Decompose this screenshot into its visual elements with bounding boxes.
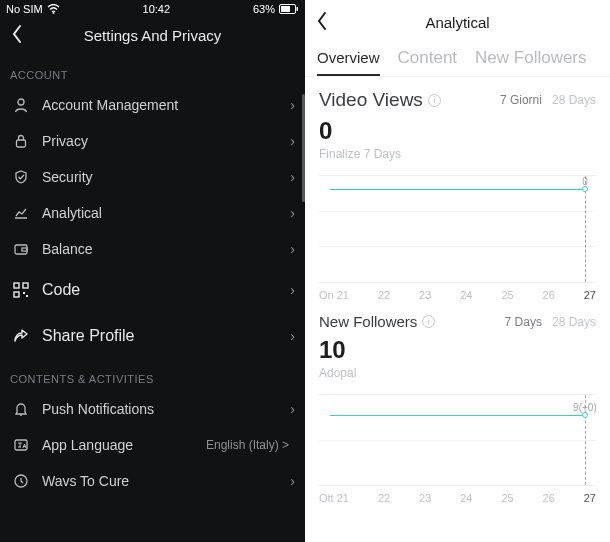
- analytics-header: Analytical: [305, 0, 610, 44]
- tab-overview[interactable]: Overview: [317, 45, 380, 76]
- menu-balance[interactable]: Balance ›: [0, 231, 305, 267]
- range-28d[interactable]: 28 Days: [552, 93, 596, 107]
- x-tick: 25: [501, 289, 513, 301]
- video-views-xaxis: On 21222324252627: [305, 285, 610, 301]
- section-label-account: ACCOUNT: [0, 55, 305, 87]
- chevron-right-icon: ›: [290, 473, 295, 489]
- x-tick: On 21: [319, 289, 349, 301]
- chevron-right-icon: ›: [290, 328, 295, 344]
- video-views-value: 0: [319, 117, 596, 145]
- language-value: English (Italy) >: [206, 438, 289, 452]
- menu-privacy[interactable]: Privacy ›: [0, 123, 305, 159]
- language-icon: [10, 437, 32, 453]
- chevron-right-icon: ›: [290, 97, 295, 113]
- range-7d[interactable]: 7 Days: [505, 315, 542, 329]
- chart-data-label: 9(+0): [573, 402, 597, 413]
- wifi-icon: [47, 4, 60, 14]
- chevron-right-icon: ›: [290, 133, 295, 149]
- chevron-right-icon: ›: [290, 282, 295, 298]
- range-toggle: 7 Days 28 Days: [505, 315, 596, 329]
- qr-icon: [10, 281, 32, 299]
- chart-data-label: 0: [582, 176, 588, 187]
- x-tick: 24: [460, 492, 472, 504]
- svg-rect-6: [15, 245, 27, 254]
- section-label-content: CONTENTS & ACTIVITIES: [0, 359, 305, 391]
- new-followers-value: 10: [319, 336, 596, 364]
- menu-label: Code: [42, 281, 290, 299]
- tab-new-followers[interactable]: New Followers: [475, 44, 586, 76]
- x-tick: 24: [460, 289, 472, 301]
- wallet-icon: [10, 241, 32, 257]
- menu-label: Balance: [42, 241, 290, 257]
- block-title-text: Video Views: [319, 89, 423, 111]
- carrier-label: No SIM: [6, 3, 43, 15]
- chart-icon: [10, 205, 32, 221]
- tab-content[interactable]: Content: [398, 44, 458, 76]
- range-toggle: 7 Giorni 28 Days: [500, 93, 596, 107]
- menu-share-profile[interactable]: Share Profile ›: [0, 313, 305, 359]
- new-followers-sub: Adopal: [319, 366, 596, 380]
- new-followers-xaxis: Ott 21222324252627: [305, 488, 610, 504]
- x-tick: 27: [584, 492, 596, 504]
- info-icon[interactable]: i: [422, 315, 435, 328]
- info-icon[interactable]: i: [428, 94, 441, 107]
- x-tick: 25: [501, 492, 513, 504]
- lock-icon: [10, 133, 32, 149]
- menu-app-language[interactable]: App Language English (Italy) >: [0, 427, 305, 463]
- clock: 10:42: [143, 3, 171, 15]
- video-views-sub: Finalize 7 Days: [319, 147, 596, 161]
- x-tick: 27: [584, 289, 596, 301]
- menu-analytical[interactable]: Analytical ›: [0, 195, 305, 231]
- range-28d[interactable]: 28 Days: [552, 315, 596, 329]
- chevron-right-icon: ›: [290, 169, 295, 185]
- svg-point-4: [18, 99, 24, 105]
- video-views-block: Video Views i 7 Giorni 28 Days 0 Finaliz…: [305, 77, 610, 165]
- new-followers-chart: 9(+0): [319, 394, 596, 486]
- menu-ways[interactable]: Wavs To Cure ›: [0, 463, 305, 499]
- history-icon: [10, 473, 32, 489]
- battery-icon: [279, 4, 299, 14]
- block-title-text: New Followers: [319, 313, 417, 330]
- x-tick: 22: [378, 492, 390, 504]
- menu-label: Analytical: [42, 205, 290, 221]
- svg-rect-2: [297, 7, 299, 11]
- menu-push-notifications[interactable]: Push Notifications ›: [0, 391, 305, 427]
- analytics-panel: Analytical Overview Content New Follower…: [305, 0, 610, 542]
- svg-rect-11: [23, 292, 25, 294]
- block-title: New Followers i: [319, 313, 435, 330]
- svg-rect-5: [17, 140, 26, 147]
- share-icon: [10, 327, 32, 345]
- x-tick: 22: [378, 289, 390, 301]
- x-tick: 26: [543, 289, 555, 301]
- user-icon: [10, 97, 32, 113]
- x-tick: 23: [419, 492, 431, 504]
- page-title: Settings And Privacy: [84, 27, 222, 44]
- menu-label: Privacy: [42, 133, 290, 149]
- x-tick: Ott 21: [319, 492, 349, 504]
- menu-code[interactable]: Code ›: [0, 267, 305, 313]
- account-menu: Account Management › Privacy › Security …: [0, 87, 305, 359]
- svg-rect-7: [22, 248, 27, 251]
- page-title: Analytical: [425, 14, 489, 31]
- tabs: Overview Content New Followers: [305, 44, 610, 77]
- block-title: Video Views i: [319, 89, 441, 111]
- settings-panel: No SIM 10:42 63% Settings And Privacy AC…: [0, 0, 305, 542]
- svg-point-0: [52, 12, 54, 14]
- menu-label: Security: [42, 169, 290, 185]
- menu-label: Account Management: [42, 97, 290, 113]
- menu-label: Wavs To Cure: [42, 473, 290, 489]
- new-followers-block: New Followers i 7 Days 28 Days 10 Adopal: [305, 301, 610, 384]
- content-menu: Push Notifications › App Language Englis…: [0, 391, 305, 499]
- back-icon[interactable]: [10, 23, 24, 45]
- svg-rect-10: [14, 292, 19, 297]
- range-7d[interactable]: 7 Giorni: [500, 93, 542, 107]
- back-icon[interactable]: [315, 10, 329, 32]
- menu-security[interactable]: Security ›: [0, 159, 305, 195]
- chevron-right-icon: ›: [290, 241, 295, 257]
- svg-rect-8: [14, 283, 19, 288]
- x-tick: 23: [419, 289, 431, 301]
- menu-label: App Language: [42, 437, 206, 453]
- menu-account-management[interactable]: Account Management ›: [0, 87, 305, 123]
- battery-pct: 63%: [253, 3, 275, 15]
- svg-rect-12: [26, 295, 28, 297]
